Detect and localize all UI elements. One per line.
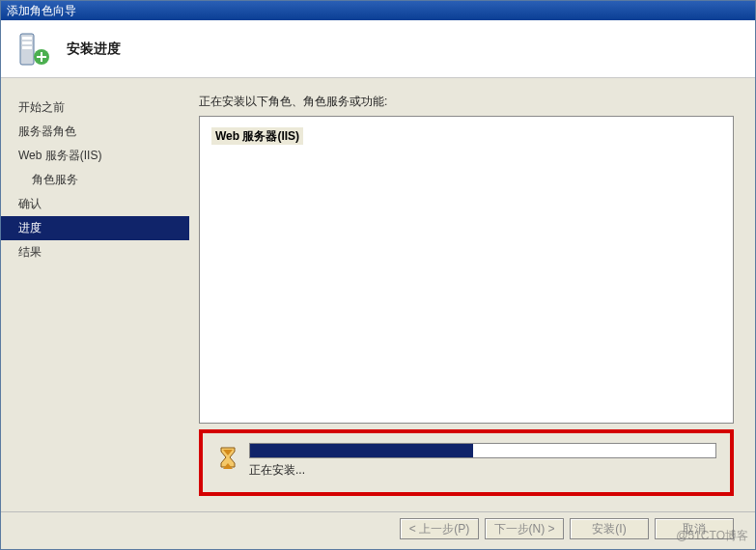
sidebar-item-before-you-begin[interactable]: 开始之前: [1, 96, 189, 120]
svg-rect-1: [22, 37, 32, 40]
role-list-box: Web 服务器(IIS): [199, 116, 734, 424]
sidebar-item-web-server-iis[interactable]: Web 服务器(IIS): [1, 144, 189, 168]
install-button[interactable]: 安装(I): [570, 518, 649, 539]
svg-rect-3: [22, 46, 32, 49]
install-progressbar: [249, 443, 716, 458]
install-status-text: 正在安装...: [249, 462, 716, 479]
install-description: 正在安装以下角色、角色服务或功能:: [199, 94, 734, 110]
role-name: Web 服务器(IIS): [211, 127, 303, 145]
cancel-button[interactable]: 取消: [655, 518, 734, 539]
sidebar-item-role-services[interactable]: 角色服务: [1, 168, 189, 192]
sidebar: 开始之前 服务器角色 Web 服务器(IIS) 角色服务 确认 进度 结果: [1, 78, 189, 511]
hourglass-icon: [216, 446, 239, 477]
sidebar-item-confirmation[interactable]: 确认: [1, 192, 189, 216]
install-progressbar-fill: [250, 444, 473, 457]
main-panel: 正在安装以下角色、角色服务或功能: Web 服务器(IIS) 正在安装..: [189, 78, 755, 511]
wizard-buttons: < 上一步(P) 下一步(N) > 安装(I) 取消: [1, 511, 755, 549]
wizard-body: 开始之前 服务器角色 Web 服务器(IIS) 角色服务 确认 进度 结果 正在…: [1, 78, 755, 511]
server-add-role-icon: [14, 30, 53, 69]
window-title: 添加角色向导: [7, 4, 76, 17]
prev-button[interactable]: < 上一步(P): [400, 518, 479, 539]
sidebar-item-server-roles[interactable]: 服务器角色: [1, 120, 189, 144]
page-title: 安装进度: [67, 41, 121, 58]
sidebar-item-results[interactable]: 结果: [1, 240, 189, 264]
progress-region: 正在安装...: [199, 429, 734, 496]
svg-rect-2: [22, 41, 32, 44]
wizard-window: 添加角色向导 安装进度 开始之前 服务器角色 Web 服务器(IIS) 角色服务…: [0, 0, 756, 550]
next-button[interactable]: 下一步(N) >: [485, 518, 564, 539]
sidebar-item-progress[interactable]: 进度: [1, 216, 189, 240]
titlebar: 添加角色向导: [1, 1, 755, 20]
wizard-header: 安装进度: [1, 20, 755, 78]
